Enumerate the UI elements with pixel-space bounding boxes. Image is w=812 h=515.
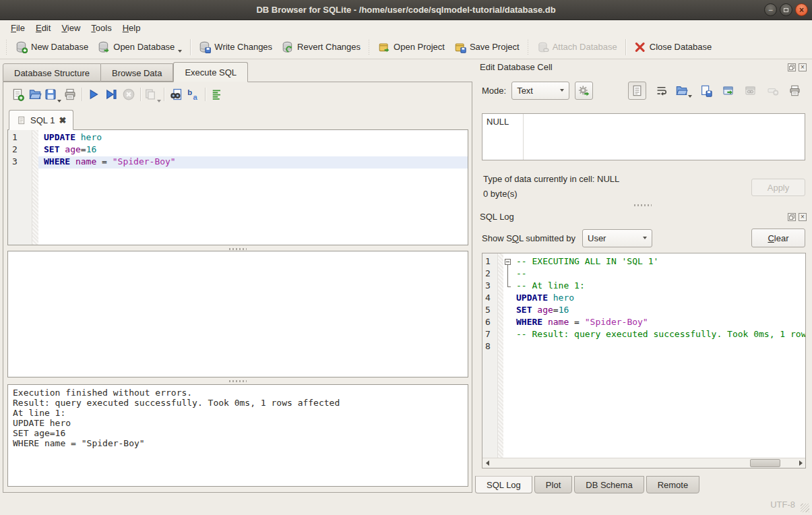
sql-tab-label: SQL 1 [30,115,55,125]
float-dock-icon[interactable] [788,63,796,71]
close-database-button[interactable]: Close Database [629,38,717,56]
open-database-button[interactable]: Open Database [93,38,187,56]
scrollbar-thumb[interactable] [750,459,780,467]
dock-splitter[interactable] [474,202,812,208]
line-number: 5 [482,305,498,317]
attach-database-button[interactable]: Attach Database [532,38,622,56]
play-button[interactable] [85,86,102,103]
menu-file[interactable]: File [5,22,30,34]
line-number: 2 [482,268,498,280]
dock-tab-db-schema[interactable]: DB Schema [574,476,644,493]
link-button[interactable] [743,82,757,98]
format-icon [210,88,224,101]
doc-text-button[interactable] [628,82,646,100]
code-line: 8 [482,341,805,353]
menu-view[interactable]: View [56,22,86,34]
dropdown-caret-icon[interactable] [157,100,161,102]
play-end-button[interactable] [102,86,120,103]
dock-tab-bar: SQL LogPlotDB SchemaRemote [475,476,699,493]
results-message-splitter[interactable] [7,378,468,384]
sql-tab[interactable]: SQL 1 ✖ [9,110,73,130]
dropdown-caret-icon[interactable] [688,95,692,98]
tab-database-structure[interactable]: Database Structure [3,63,101,82]
import-button[interactable] [676,82,691,98]
query-results-grid[interactable] [7,251,468,377]
null-set-button[interactable] [765,82,780,98]
dock-tab-plot[interactable]: Plot [534,476,572,493]
export-save-button[interactable] [698,82,713,98]
log-source-select[interactable]: User [582,229,652,247]
toolbar-drag-handle[interactable] [368,40,371,55]
scroll-left-icon[interactable] [482,459,492,468]
apply-button[interactable]: Apply [751,179,805,196]
sql-tab-bar: SQL 1 ✖ [7,110,468,130]
word-wrap-button[interactable] [654,82,668,98]
scroll-right-icon[interactable] [796,459,805,468]
export-save-icon [699,84,712,97]
resize-grip[interactable] [801,504,809,512]
print-icon [788,84,801,97]
replace-button[interactable]: ba [185,86,202,103]
tab-browse-data[interactable]: Browse Data [101,63,173,82]
toolbar-drag-handle[interactable] [527,40,530,55]
new-database-button[interactable]: New Database [11,38,93,56]
find-button[interactable] [167,86,185,103]
stop-button[interactable] [120,86,137,103]
horizontal-scrollbar[interactable] [482,458,805,468]
title-bar: DB Browser for SQLite - /home/user/code/… [0,0,812,20]
menu-tools[interactable]: Tools [86,22,117,34]
tab-new-button[interactable] [9,86,26,103]
minimize-button[interactable]: − [764,3,777,16]
cell-value-editor[interactable]: NULL [482,113,805,160]
sql-log-view[interactable]: 1-- EXECUTING ALL IN 'SQL 1'2--3-- At li… [482,253,806,468]
mode-select[interactable]: Text [511,82,569,100]
print-button[interactable] [787,82,802,98]
maximize-button[interactable] [780,3,792,16]
menu-edit[interactable]: Edit [30,22,56,34]
save-project-button[interactable]: Save Project [449,38,524,56]
copy-button[interactable] [144,86,161,103]
revert-changes-button[interactable]: Revert Changes [277,38,365,56]
close-dock-icon[interactable] [799,63,807,71]
mode-label: Mode: [482,86,506,96]
tab-new-icon [11,88,24,101]
format-button[interactable] [208,86,226,103]
dropdown-caret-icon[interactable] [178,50,182,53]
sql-editor[interactable]: 1UPDATE hero2SET age=163WHERE name = "Sp… [7,129,468,245]
close-button[interactable]: × [795,3,808,16]
db-write-icon [199,41,211,53]
scrollbar-track[interactable] [492,458,796,468]
line-number: 6 [482,317,498,329]
tab-close-icon[interactable]: ✖ [59,116,66,125]
code-line: 2SET age=16 [8,144,468,156]
tab-execute-sql[interactable]: Execute SQL [173,62,248,82]
cell-size-info: 0 byte(s) [483,189,518,199]
db-new-icon [15,41,28,53]
write-changes-button[interactable]: Write Changes [194,38,277,56]
open-file-button[interactable] [26,86,44,103]
line-number: 3 [8,156,32,169]
dock-area: Edit Database Cell Mode: Text [474,59,812,495]
line-number: 1 [482,256,498,268]
dock-tab-remote[interactable]: Remote [646,476,700,493]
project-open-icon [378,41,390,53]
code-line: 1UPDATE hero [8,132,468,144]
float-dock-icon[interactable] [788,213,796,221]
open-project-button[interactable]: Open Project [373,38,449,56]
export-arrow-button[interactable] [720,82,735,98]
cell-value: NULL [487,117,509,127]
fold-margin [503,341,513,353]
fold-margin [503,293,513,305]
save-file-button[interactable] [44,86,61,103]
fold-collapse-icon[interactable] [505,259,511,265]
dock-tab-sql-log[interactable]: SQL Log [475,476,532,493]
code-line: 2-- [482,268,805,280]
execution-message[interactable]: Execution finished without errors. Resul… [7,384,468,487]
gear-import-icon [577,84,590,97]
menu-help[interactable]: Help [117,22,146,34]
close-dock-icon[interactable] [799,213,807,221]
toolbar-drag-handle[interactable] [5,40,8,55]
clear-log-button[interactable]: Clear [751,229,805,247]
auto-switch-mode-button[interactable] [575,82,593,100]
print-button[interactable] [61,86,79,103]
